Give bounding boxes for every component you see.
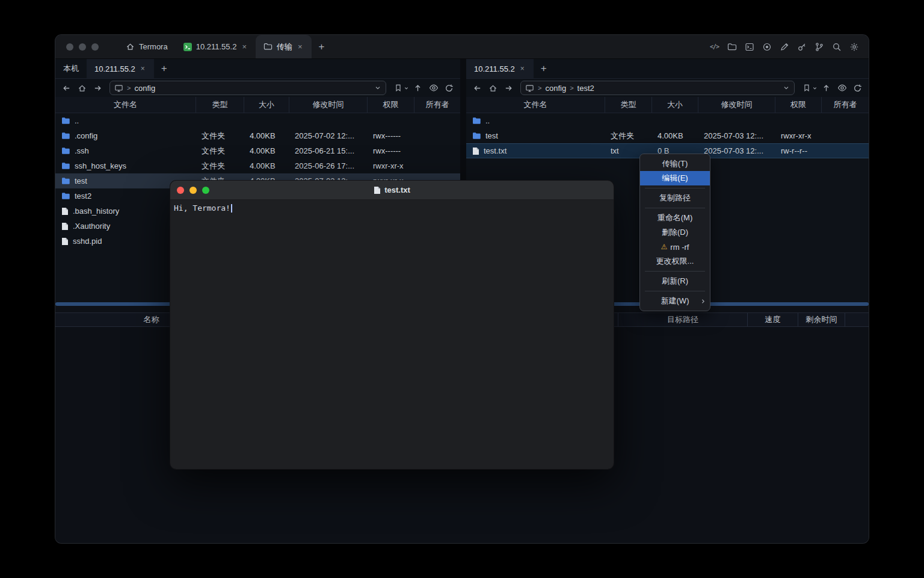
close-icon[interactable]: × [140,64,146,73]
column-header-owner[interactable]: 所有者 [821,97,869,113]
editor-text-area[interactable]: Hi, Termora! [170,200,614,469]
folder-icon[interactable] [725,40,738,53]
home-icon[interactable] [75,81,89,95]
home-icon [126,42,135,51]
chevron-down-icon[interactable] [783,84,790,92]
menu-item-refresh[interactable]: 刷新(R) [640,274,710,288]
column-header-perms[interactable]: 权限 [367,97,414,113]
edit-pencil-icon[interactable] [778,40,790,53]
refresh-icon[interactable] [442,81,456,95]
editor-titlebar[interactable]: test.txt [170,181,614,200]
menu-item-transfer[interactable]: 传输(T) [640,157,710,171]
bookmark-dropdown-icon[interactable] [812,85,818,91]
column-header-name[interactable]: 文件名 [55,97,196,113]
bookmark-icon[interactable] [799,81,813,95]
editor-title: test.txt [170,185,614,194]
path-segment[interactable]: config [134,84,155,93]
editor-window: test.txt Hi, Termora! [170,181,614,469]
maximize-window-button[interactable] [202,187,209,194]
column-header-type[interactable]: 类型 [196,97,244,113]
home-icon[interactable] [486,81,500,95]
key-icon[interactable] [795,40,808,53]
column-header-modified[interactable]: 修改时间 [698,97,775,113]
column-header-modified[interactable]: 修改时间 [289,97,367,113]
branch-icon[interactable] [813,40,825,53]
back-icon[interactable] [60,81,73,95]
tab-label: Termora [139,42,168,51]
menu-item-copy-path[interactable]: 复制路径 [640,191,710,205]
tab-label: 传输 [277,42,292,52]
column-header-perms[interactable]: 权限 [775,97,821,113]
close-window-button[interactable] [177,187,184,194]
tab-label: 10.211.55.2 [196,42,237,51]
tab-ssh-session[interactable]: 10.211.55.2 × [176,35,256,58]
new-tab-button[interactable]: + [312,35,332,58]
chevron-down-icon[interactable] [374,84,381,92]
computer-icon [525,84,534,93]
path-breadcrumb[interactable]: > config > test2 [520,81,795,95]
forward-icon[interactable] [502,81,516,95]
table-row[interactable]: .. [55,113,460,128]
log-icon[interactable] [743,40,756,53]
upload-icon[interactable] [819,81,833,95]
column-header-size[interactable]: 大小 [651,97,698,113]
tab-local[interactable]: 本机 [55,59,87,78]
forward-icon[interactable] [91,81,105,95]
back-icon[interactable] [470,81,484,95]
table-row[interactable]: .. [466,113,869,128]
folder-icon [61,147,70,155]
file-icon [61,237,69,246]
bookmark-dropdown-icon[interactable] [404,85,409,91]
editor-title-text: test.txt [384,185,410,194]
tab-remote-10-211-55-2[interactable]: 10.211.55.2 × [466,59,534,78]
folder-icon [61,162,70,170]
menu-item-rm-rf[interactable]: ⚠rm -rf [640,240,710,254]
left-panel-toolbar: > config [55,79,460,97]
upload-icon[interactable] [411,81,425,95]
menu-item-rename[interactable]: 重命名(M) [640,211,710,225]
maximize-window-button[interactable] [91,43,99,51]
column-header-size[interactable]: 大小 [244,97,289,113]
settings-gear-icon[interactable] [848,40,860,53]
path-breadcrumb[interactable]: > config [109,81,386,95]
tab-termora-home[interactable]: Termora [118,35,176,58]
traffic-lights [55,43,108,51]
column-header-speed[interactable]: 速度 [748,313,798,326]
search-icon[interactable] [830,40,843,53]
show-hidden-eye-icon[interactable] [835,81,849,95]
minimize-window-button[interactable] [79,43,86,51]
close-icon[interactable]: × [519,64,526,73]
path-segment[interactable]: config [545,84,566,93]
record-icon[interactable] [760,40,773,53]
menu-separator [645,188,705,188]
close-icon[interactable]: × [297,42,304,51]
column-header-target-path[interactable]: 目标路径 [618,313,748,326]
folder-icon [61,117,70,125]
menu-item-change-permissions[interactable]: 更改权限... [640,254,710,269]
new-panel-tab-button[interactable]: + [154,59,174,78]
file-table-header: 文件名 类型 大小 修改时间 权限 所有者 [55,97,460,113]
column-header-name[interactable]: 文件名 [466,97,605,113]
menu-item-delete[interactable]: 删除(D) [640,225,710,240]
table-row[interactable]: test 文件夹 4.00KB 2025-07-03 12:... rwxr-x… [466,128,869,143]
code-icon[interactable]: </> [708,40,721,53]
bookmark-icon[interactable] [391,81,405,95]
menu-item-new[interactable]: 新建(W) [640,294,710,308]
new-panel-tab-button[interactable]: + [534,59,554,78]
table-row[interactable]: .config 文件夹 4.00KB 2025-07-02 12:... rwx… [55,128,460,143]
tab-remote-10-211-55-2[interactable]: 10.211.55.2 × [87,59,154,78]
table-row[interactable]: .ssh 文件夹 4.00KB 2025-06-21 15:... rwx---… [55,143,460,158]
menu-item-edit[interactable]: 编辑(E) [640,171,710,185]
close-window-button[interactable] [66,43,73,51]
path-segment[interactable]: test2 [578,84,594,93]
show-hidden-eye-icon[interactable] [427,81,440,95]
column-header-remaining[interactable]: 剩余时间 [798,313,845,326]
close-icon[interactable]: × [241,42,248,51]
table-row[interactable]: ssh_host_keys 文件夹 4.00KB 2025-06-26 17:.… [55,158,460,173]
folder-icon [472,132,481,140]
column-header-owner[interactable]: 所有者 [414,97,460,113]
column-header-type[interactable]: 类型 [605,97,651,113]
refresh-icon[interactable] [851,81,864,95]
tab-transfer[interactable]: 传输 × [256,35,312,58]
minimize-window-button[interactable] [189,187,197,194]
